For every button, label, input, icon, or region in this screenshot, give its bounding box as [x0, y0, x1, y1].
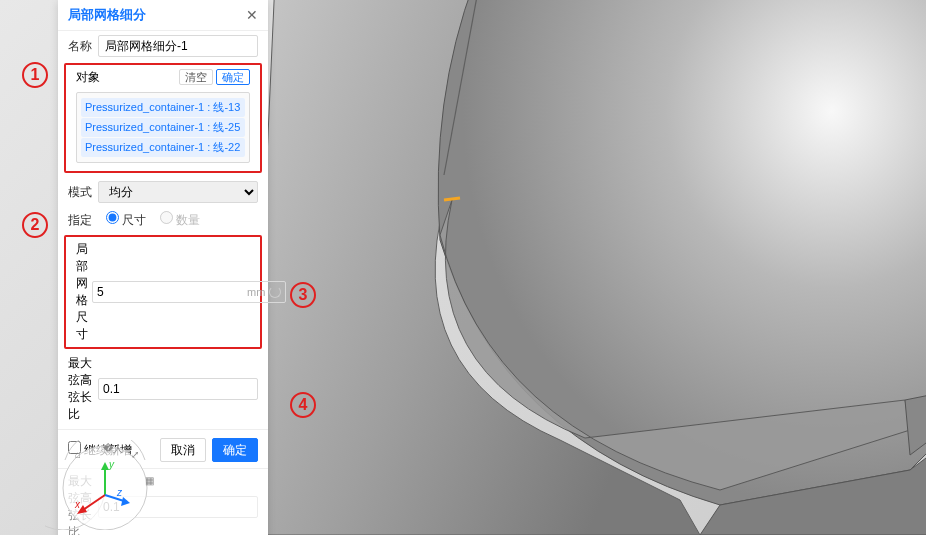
local-size-unit: mm — [247, 286, 265, 298]
view-cube-widget[interactable]: ⌂ �人 ⤢ ▦ y x z — [45, 440, 165, 530]
mode-select[interactable]: 均分 — [98, 181, 258, 203]
svg-text:�人: �人 — [103, 442, 123, 454]
clear-objects-button[interactable]: 清空 — [179, 69, 213, 85]
specify-label: 指定 — [68, 212, 92, 229]
ok-button[interactable]: 确定 — [212, 438, 258, 462]
svg-text:x: x — [74, 499, 81, 510]
annotation-4: 4 — [290, 392, 316, 418]
annotation-2: 2 — [22, 212, 48, 238]
panel-title: 局部网格细分 — [68, 6, 146, 24]
object-item[interactable]: Pressurized_container-1 : 线-22 — [81, 138, 245, 157]
object-selection-section: 对象 清空 确定 Pressurized_container-1 : 线-13 … — [64, 63, 262, 173]
local-size-section: 局部网格尺寸 mm — [64, 235, 262, 349]
annotation-1: 1 — [22, 62, 48, 88]
svg-text:▦: ▦ — [145, 475, 154, 486]
confirm-objects-button[interactable]: 确定 — [216, 69, 250, 85]
chord-ratio-label: 最大弦高弦长比 — [68, 355, 94, 423]
specify-count-radio[interactable]: 数量 — [160, 211, 200, 229]
specify-size-radio[interactable]: 尺寸 — [106, 211, 146, 229]
svg-text:y: y — [108, 459, 115, 470]
local-size-label: 局部网格尺寸 — [76, 241, 88, 343]
close-icon[interactable]: ✕ — [246, 7, 258, 23]
cancel-button[interactable]: 取消 — [160, 438, 206, 462]
chord-ratio-input[interactable] — [103, 382, 253, 396]
object-item[interactable]: Pressurized_container-1 : 线-25 — [81, 118, 245, 137]
mode-label: 模式 — [68, 184, 92, 201]
local-size-input[interactable] — [97, 285, 247, 299]
name-input[interactable] — [98, 35, 258, 57]
loading-icon — [269, 286, 281, 298]
objects-list[interactable]: Pressurized_container-1 : 线-13 Pressuriz… — [76, 92, 250, 163]
object-item[interactable]: Pressurized_container-1 : 线-13 — [81, 98, 245, 117]
svg-text:z: z — [116, 487, 123, 498]
svg-text:⤢: ⤢ — [131, 449, 139, 460]
svg-text:⌂: ⌂ — [75, 449, 81, 460]
annotation-3: 3 — [290, 282, 316, 308]
objects-label: 对象 — [76, 69, 100, 86]
name-label: 名称 — [68, 38, 92, 55]
